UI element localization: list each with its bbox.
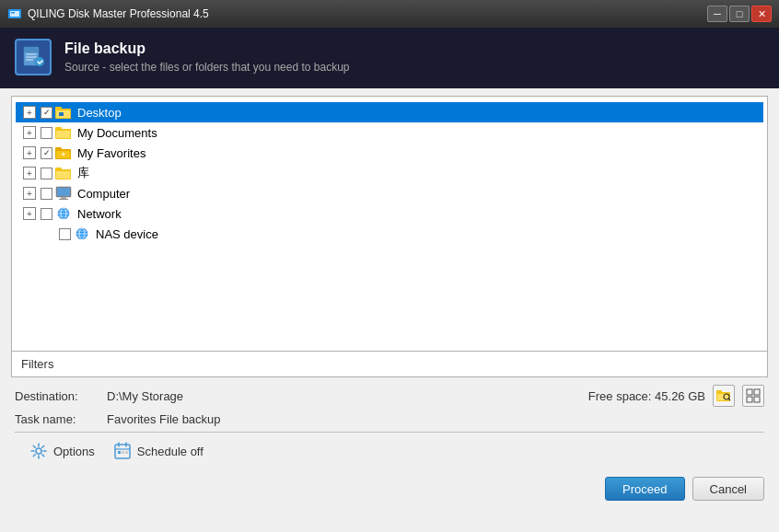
expand-desktop[interactable]: + [23, 106, 36, 119]
grid-view-button[interactable] [742, 385, 764, 407]
svg-rect-40 [754, 389, 760, 395]
svg-rect-12 [56, 131, 70, 138]
tree-label-mydocuments: My Documents [77, 126, 157, 140]
actions-row: Options Schedule off [15, 436, 764, 460]
svg-rect-19 [56, 171, 70, 179]
minimize-button[interactable]: ─ [707, 6, 727, 22]
window-controls: ─ □ ✕ [707, 6, 772, 22]
svg-rect-39 [747, 389, 752, 395]
file-tree: + ✓ Desktop + [12, 97, 767, 249]
bottom-section: Destination: D:\My Storage Free space: 4… [0, 377, 779, 468]
tree-item-nas[interactable]: NAS device [16, 224, 763, 244]
tree-item-desktop[interactable]: + ✓ Desktop [16, 102, 763, 122]
header-icon-box [15, 39, 52, 75]
tree-label-ku: 库 [77, 165, 89, 181]
options-icon [29, 442, 48, 460]
header-text: File backup Source - select the files or… [64, 40, 350, 74]
header-section: File backup Source - select the files or… [0, 28, 779, 88]
filters-label: Filters [21, 357, 53, 371]
svg-rect-23 [59, 199, 68, 200]
svg-rect-7 [55, 107, 62, 110]
svg-rect-48 [118, 451, 121, 454]
svg-rect-18 [55, 168, 62, 171]
tree-label-desktop: Desktop [77, 106, 122, 120]
free-space-section: Free space: 45.26 GB [588, 385, 764, 407]
tree-item-ku[interactable]: + 库 [16, 163, 763, 183]
cancel-button[interactable]: Cancel [692, 477, 764, 501]
destination-row: Destination: D:\My Storage Free space: 4… [15, 385, 764, 407]
footer: Proceed Cancel [0, 468, 779, 510]
checkbox-ku[interactable] [41, 168, 52, 179]
task-name-value: Favorites File backup [107, 412, 221, 426]
svg-rect-50 [125, 451, 128, 454]
destination-label: Destination: [15, 389, 107, 403]
file-tree-container[interactable]: + ✓ Desktop + [11, 96, 768, 352]
mydocuments-folder-icon [55, 125, 72, 140]
header-subtitle: Source - select the files or folders tha… [64, 61, 350, 74]
tree-item-computer[interactable]: + Computer [16, 183, 763, 203]
schedule-icon [113, 442, 132, 460]
svg-point-43 [36, 448, 41, 454]
expand-myfavorites[interactable]: + [23, 146, 36, 159]
schedule-label: Schedule off [137, 445, 203, 458]
close-button[interactable]: ✕ [751, 6, 772, 22]
svg-rect-35 [716, 390, 722, 394]
destination-value: D:\My Storage [107, 389, 183, 403]
computer-icon [55, 186, 72, 201]
expand-mydocuments[interactable]: + [23, 126, 36, 139]
divider [15, 432, 764, 433]
tree-label-myfavorites: My Favorites [77, 146, 145, 160]
checkbox-mydocuments[interactable] [41, 127, 52, 139]
app-icon [7, 6, 22, 21]
tree-label-nas: NAS device [96, 227, 158, 241]
window-title: QILING Disk Master Professional 4.5 [28, 7, 702, 20]
checkbox-computer[interactable] [41, 188, 52, 200]
svg-rect-41 [747, 397, 752, 402]
expand-ku[interactable]: + [23, 167, 36, 179]
svg-rect-42 [754, 397, 760, 402]
svg-point-5 [35, 57, 44, 66]
nas-icon [74, 226, 90, 241]
options-label: Options [53, 445, 95, 458]
free-space-text: Free space: 45.26 GB [588, 389, 705, 403]
task-name-label: Task name: [15, 412, 107, 426]
svg-rect-1 [10, 11, 19, 17]
proceed-button[interactable]: Proceed [605, 477, 684, 501]
svg-rect-9 [59, 112, 64, 116]
checkbox-network[interactable] [41, 208, 52, 220]
svg-rect-49 [122, 451, 124, 454]
expand-computer[interactable]: + [23, 187, 36, 200]
checkbox-desktop[interactable]: ✓ [41, 107, 52, 119]
schedule-action[interactable]: Schedule off [113, 442, 203, 460]
header-title: File backup [64, 40, 350, 57]
tree-item-mydocuments[interactable]: + My Documents [16, 122, 763, 143]
tree-label-network: Network [77, 207, 122, 221]
tree-label-computer: Computer [77, 187, 130, 201]
myfavorites-folder-icon [55, 145, 72, 160]
task-name-row: Task name: Favorites File backup [15, 412, 764, 426]
folder-browse-button[interactable] [713, 385, 735, 407]
options-action[interactable]: Options [29, 442, 95, 460]
network-icon [55, 206, 72, 221]
svg-rect-14 [55, 147, 62, 151]
svg-rect-11 [55, 127, 62, 131]
ku-folder-icon [55, 166, 72, 180]
svg-rect-2 [11, 12, 15, 14]
expand-network[interactable]: + [23, 207, 36, 220]
title-bar: QILING Disk Master Professional 4.5 ─ □ … [0, 0, 779, 28]
maximize-button[interactable]: □ [729, 6, 750, 22]
file-backup-icon [21, 45, 45, 69]
tree-item-myfavorites[interactable]: + ✓ My Favorites [16, 143, 763, 163]
filters-bar: Filters [11, 352, 768, 377]
checkbox-nas[interactable] [59, 228, 71, 240]
svg-rect-4 [24, 47, 39, 52]
desktop-folder-icon [55, 105, 72, 120]
tree-item-network[interactable]: + Network [16, 203, 763, 224]
checkbox-myfavorites[interactable]: ✓ [41, 147, 52, 159]
svg-rect-21 [57, 188, 70, 196]
svg-rect-22 [61, 197, 66, 199]
